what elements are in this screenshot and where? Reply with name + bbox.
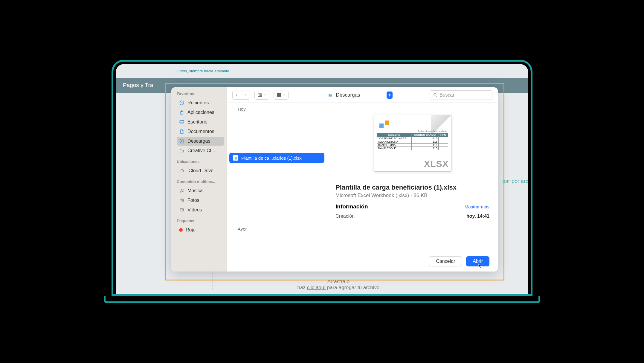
sidebar-tag-red[interactable]: Rojo: [177, 225, 224, 234]
sidebar-item-label: Descargas: [187, 138, 210, 144]
columns-icon: [257, 93, 263, 97]
clock-icon: [179, 100, 184, 106]
chevron-down-icon: [264, 94, 267, 96]
grid-icon: [276, 93, 282, 97]
sidebar-item-label: Fotos: [187, 198, 199, 203]
sidebar-item-label: Música: [187, 188, 203, 193]
folder-icon: [327, 93, 333, 97]
created-label: Creación: [335, 213, 355, 219]
thumb-table: NOMBRECODIGO BANCOTIPO JOSSELINE SOLARES…: [377, 133, 448, 150]
sidebar-item-label: Rojo: [186, 227, 196, 233]
sidebar-item-music[interactable]: Música: [177, 186, 224, 195]
nav-title: Pagos y Tra: [123, 82, 153, 89]
dialog-footer: Cancelar Abrir: [227, 251, 498, 272]
info-heading: Información: [335, 203, 368, 210]
music-icon: [179, 188, 184, 193]
sidebar-item-icloud[interactable]: iCloud Drive: [177, 166, 224, 175]
forward-button[interactable]: [241, 91, 250, 100]
open-button[interactable]: Abrir: [466, 256, 489, 266]
sidebar-item-label: Creative Cl...: [187, 148, 215, 153]
view-columns-button[interactable]: [254, 91, 269, 100]
dropzone-link[interactable]: clic aquí: [307, 285, 326, 290]
svg-rect-6: [258, 94, 262, 96]
list-section-today: Hoy: [227, 103, 327, 114]
sidebar-item-label: Documentos: [187, 129, 214, 134]
search-icon: [433, 93, 438, 97]
sidebar-section-media: Contenido multime...: [177, 179, 224, 184]
file-open-dialog: Favoritos Recientes Aplicaciones Escrito…: [171, 87, 498, 272]
file-list: Hoy ▦ Plantilla de ca...ciarios (1).xlsx…: [227, 103, 327, 251]
svg-point-11: [434, 93, 436, 96]
slogan: Juntos, siempre hacia adelante: [176, 69, 229, 73]
sidebar-item-photos[interactable]: Fotos: [177, 196, 224, 205]
preview-panel: Juntos, siempre hacia adelante NOMBRECOD…: [327, 103, 498, 251]
show-more-link[interactable]: Mostrar más: [465, 204, 489, 209]
document-icon: [179, 129, 184, 134]
svg-rect-9: [277, 95, 279, 97]
updown-icon: [387, 91, 393, 99]
svg-point-4: [181, 200, 182, 201]
file-thumbnail: Juntos, siempre hacia adelante NOMBRECOD…: [374, 115, 451, 172]
apps-icon: [179, 110, 184, 115]
created-value: hoy, 14:41: [466, 213, 489, 219]
search-placeholder: Buscar: [439, 92, 454, 98]
tag-dot-icon: [179, 228, 183, 232]
sidebar-item-creativecloud[interactable]: Creative Cl...: [177, 146, 224, 155]
sidebar-item-documents[interactable]: Documentos: [177, 127, 224, 136]
back-button[interactable]: [232, 91, 241, 100]
svg-rect-8: [279, 93, 280, 94]
sidebar: Favoritos Recientes Aplicaciones Escrito…: [171, 87, 227, 272]
sidebar-item-recents[interactable]: Recientes: [177, 98, 224, 107]
sidebar-item-label: iCloud Drive: [187, 168, 213, 173]
download-icon: [179, 138, 184, 144]
sidebar-item-label: Aplicaciones: [187, 110, 214, 115]
svg-rect-7: [277, 93, 279, 94]
background-right-text: par por arc: [502, 178, 528, 184]
desktop-icon: [179, 119, 184, 125]
svg-rect-10: [279, 95, 280, 97]
sidebar-item-videos[interactable]: Videos: [177, 205, 224, 214]
sidebar-item-label: Videos: [187, 207, 202, 213]
xlsx-badge: XLSX: [424, 159, 448, 169]
video-icon: [179, 207, 184, 213]
sidebar-item-applications[interactable]: Aplicaciones: [177, 108, 224, 117]
toolbar: Descargas Buscar: [227, 87, 498, 103]
sidebar-item-label: Escritorio: [187, 119, 207, 125]
sidebar-item-desktop[interactable]: Escritorio: [177, 118, 224, 126]
file-name: Plantilla de ca...ciarios (1).xlsx: [241, 155, 302, 161]
svg-rect-1: [180, 121, 184, 123]
file-row[interactable]: ▦ Plantilla de ca...ciarios (1).xlsx: [229, 153, 324, 163]
camera-icon: [179, 198, 184, 203]
sidebar-section-favorites: Favoritos: [177, 91, 224, 96]
excel-file-icon: ▦: [233, 155, 238, 161]
sidebar-item-label: Recientes: [187, 100, 209, 106]
sidebar-section-locations: Ubicaciones: [177, 159, 224, 164]
chevron-down-icon: [283, 94, 286, 96]
cloud-icon: [179, 168, 184, 173]
list-section-yesterday: Ayer: [227, 223, 327, 234]
preview-subtitle: Microsoft Excel Workbook (.xlsx) - 86 KB: [335, 193, 489, 199]
sidebar-section-tags: Etiquetas: [177, 219, 224, 223]
view-group-button[interactable]: [274, 91, 289, 100]
preview-filename: Plantilla de carga beneficiarios (1).xls…: [335, 184, 489, 191]
folder-icon: [179, 148, 184, 153]
cancel-button[interactable]: Cancelar: [429, 256, 462, 266]
cursor-icon: [478, 263, 483, 269]
svg-rect-3: [180, 199, 184, 202]
location-label: Descargas: [336, 92, 360, 98]
location-dropdown[interactable]: Descargas: [324, 90, 393, 100]
main-panel: Descargas Buscar Hoy ▦: [227, 87, 498, 272]
search-input[interactable]: Buscar: [430, 90, 492, 100]
dropzone-text: Arrastra o haz clic aquí para agregar tu…: [297, 279, 379, 291]
sidebar-item-downloads[interactable]: Descargas: [177, 137, 224, 146]
